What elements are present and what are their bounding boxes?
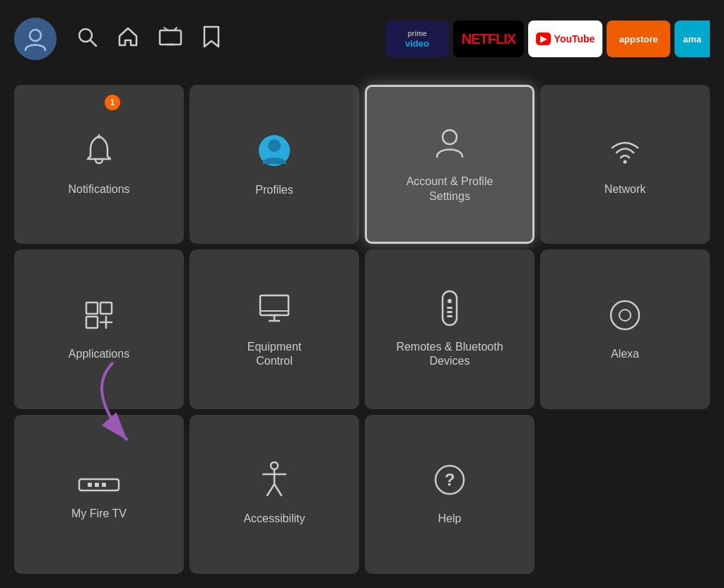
- accessibility-label: Accessibility: [243, 512, 305, 527]
- alexa-label: Alexa: [611, 347, 639, 362]
- quick-launch-bar: prime video NETFLIX ▶ YouTube appstore a…: [385, 20, 710, 57]
- home-icon[interactable]: [117, 26, 139, 52]
- svg-point-10: [443, 130, 457, 144]
- alexa-icon: [607, 297, 643, 339]
- applications-label: Applications: [69, 347, 129, 362]
- svg-line-2: [90, 40, 96, 46]
- appstore-label: appstore: [619, 34, 658, 45]
- account-profile-settings-label: Account & ProfileSettings: [407, 175, 494, 204]
- person-icon: [431, 124, 468, 166]
- tile-account-profile-settings[interactable]: Account & ProfileSettings: [365, 85, 535, 244]
- youtube-label: YouTube: [554, 33, 595, 45]
- tv-icon[interactable]: [158, 26, 182, 52]
- monitor-icon: [256, 290, 293, 331]
- svg-line-36: [267, 484, 274, 495]
- svg-point-27: [611, 301, 639, 329]
- tile-remotes-bluetooth[interactable]: Remotes & BluetoothDevices: [365, 249, 535, 408]
- wifi-icon: [607, 132, 643, 174]
- svg-rect-24: [447, 307, 452, 309]
- svg-rect-30: [88, 483, 92, 487]
- help-icon: ?: [431, 461, 468, 503]
- tile-help[interactable]: ? Help: [365, 415, 535, 574]
- network-label: Network: [605, 182, 646, 197]
- prime-video-button[interactable]: prime video: [385, 20, 449, 57]
- svg-rect-14: [100, 302, 112, 314]
- youtube-button[interactable]: ▶ YouTube: [528, 20, 602, 57]
- equipment-control-label: EquipmentControl: [247, 340, 302, 370]
- tile-alexa[interactable]: Alexa: [540, 249, 710, 408]
- nav-icons: [14, 18, 385, 60]
- svg-point-28: [619, 310, 631, 321]
- svg-rect-32: [102, 483, 106, 487]
- youtube-play-icon: ▶: [536, 33, 551, 45]
- empty-slot: [540, 415, 710, 574]
- settings-grid: 1 Notifications Profiles: [0, 78, 724, 588]
- svg-rect-31: [95, 483, 99, 487]
- svg-rect-13: [86, 317, 98, 328]
- apps-icon: [81, 297, 117, 339]
- svg-text:?: ?: [445, 470, 455, 489]
- bell-icon: [81, 132, 117, 174]
- top-bar: prime video NETFLIX ▶ YouTube appstore a…: [0, 0, 724, 78]
- svg-point-9: [268, 139, 281, 152]
- my-fire-tv-label: My Fire TV: [71, 507, 127, 522]
- tile-accessibility[interactable]: Accessibility: [189, 415, 359, 574]
- svg-rect-12: [86, 302, 98, 314]
- svg-rect-25: [447, 311, 452, 313]
- amazon-button[interactable]: ama: [675, 20, 710, 57]
- tile-applications[interactable]: Applications: [14, 249, 184, 408]
- svg-point-11: [624, 160, 627, 163]
- bookmark-icon[interactable]: [202, 25, 221, 53]
- remote-icon: [438, 290, 461, 331]
- tile-network[interactable]: Network: [540, 85, 710, 244]
- netflix-label: NETFLIX: [462, 31, 515, 47]
- notifications-label: Notifications: [68, 182, 129, 197]
- accessibility-icon: [259, 461, 290, 503]
- remotes-bluetooth-label: Remotes & BluetoothDevices: [396, 340, 503, 370]
- svg-point-0: [30, 30, 41, 41]
- svg-line-37: [274, 484, 281, 495]
- svg-rect-3: [160, 30, 181, 45]
- netflix-button[interactable]: NETFLIX: [453, 20, 524, 57]
- tile-notifications[interactable]: 1 Notifications: [14, 85, 184, 244]
- tile-equipment-control[interactable]: EquipmentControl: [189, 249, 359, 408]
- tile-my-fire-tv[interactable]: My Fire TV: [14, 415, 184, 574]
- avatar[interactable]: [14, 18, 57, 60]
- amazon-label: ama: [683, 34, 701, 45]
- svg-rect-26: [447, 315, 452, 317]
- tile-profiles[interactable]: Profiles: [189, 85, 359, 244]
- search-icon[interactable]: [76, 26, 98, 52]
- help-label: Help: [438, 512, 462, 527]
- profiles-label: Profiles: [255, 183, 293, 198]
- svg-rect-17: [260, 295, 288, 315]
- svg-point-33: [271, 462, 278, 469]
- appstore-button[interactable]: appstore: [607, 20, 670, 57]
- notification-badge: 1: [105, 95, 120, 110]
- svg-point-23: [448, 299, 452, 303]
- profile-icon: [255, 131, 293, 175]
- firetv-icon: [78, 467, 120, 498]
